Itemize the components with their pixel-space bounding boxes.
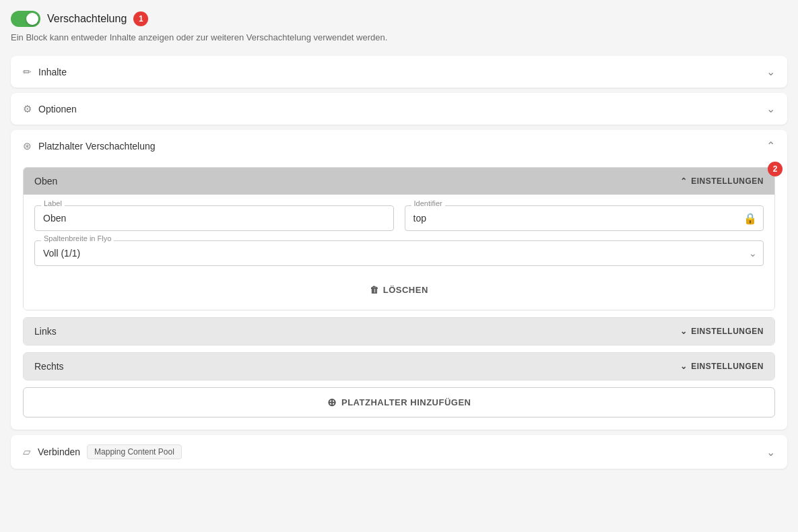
chevron-up-icon: ⌃ [680,176,688,186]
pencil-icon: ✏ [23,66,32,78]
nested-icon: ⊛ [23,140,32,152]
gear-icon: ⚙ [23,103,32,115]
optionen-chevron-icon: ⌄ [766,102,775,115]
delete-row: 🗑 LÖSCHEN [34,275,764,299]
toggle-row: Verschachtelung 1 [11,11,787,27]
oben-content: Label Identifier 🔒 Spaltenbreite in Flyo [24,195,774,310]
spaltenbreite-field: Spaltenbreite in Flyo Voll (1/1) ⌄ [34,240,764,266]
verbinden-section: ▱ Verbinden Mapping Content Pool ⌄ [11,435,787,469]
subtitle-text: Ein Block kann entweder Inhalte anzeigen… [11,32,787,42]
add-placeholder-label: PLATZHALTER HINZUFÜGEN [341,397,471,407]
platzhalter-label: Platzhalter Verschachtelung [38,141,156,152]
rechts-label: Rechts [34,361,64,372]
rechts-einstellungen-label: EINSTELLUNGEN [691,362,764,371]
platzhalter-header-left: ⊛ Platzhalter Verschachtelung [23,140,156,152]
optionen-label: Optionen [38,104,77,114]
verbinden-left: ▱ Verbinden Mapping Content Pool [23,444,182,459]
label-field: Label [34,205,394,231]
sub-items-container: 2 Oben ⌃ EINSTELLUNGEN Label [11,162,787,430]
label-input[interactable] [34,205,394,231]
oben-einstellungen-label: EINSTELLUNGEN [691,176,764,186]
links-einstellungen-btn[interactable]: ⌄ EINSTELLUNGEN [680,327,764,336]
delete-label: LÖSCHEN [383,285,428,295]
oben-card: Oben ⌃ EINSTELLUNGEN Label [23,167,775,310]
optionen-header-left: ⚙ Optionen [23,103,77,115]
add-placeholder-row: ⊕ PLATZHALTER HINZUFÜGEN [23,387,775,418]
inhalte-header-left: ✏ Inhalte [23,66,67,78]
mapping-badge: Mapping Content Pool [87,444,182,459]
inhalte-label: Inhalte [38,67,67,77]
page-title: Verschachtelung [47,13,127,25]
layers-icon: ▱ [23,446,31,458]
badge-1: 1 [133,11,148,26]
links-card: Links ⌄ EINSTELLUNGEN [23,317,775,345]
rechts-einstellungen-btn[interactable]: ⌄ EINSTELLUNGEN [680,362,764,371]
rechts-card: Rechts ⌄ EINSTELLUNGEN [23,352,775,380]
rechts-chevron-icon: ⌄ [680,362,688,371]
rechts-header[interactable]: Rechts ⌄ EINSTELLUNGEN [24,353,774,380]
optionen-header[interactable]: ⚙ Optionen ⌄ [11,93,787,125]
page-container: Verschachtelung 1 Ein Block kann entwede… [0,0,798,532]
oben-header[interactable]: Oben ⌃ EINSTELLUNGEN [24,168,774,195]
inhalte-section: ✏ Inhalte ⌄ [11,56,787,88]
badge-2: 2 [768,162,783,176]
oben-form-row-1: Label Identifier 🔒 [34,205,764,231]
optionen-section: ⚙ Optionen ⌄ [11,93,787,125]
links-chevron-icon: ⌄ [680,327,688,336]
oben-label: Oben [34,176,57,187]
lock-icon: 🔒 [743,212,757,225]
trash-icon: 🗑 [370,285,379,295]
verschachtelung-toggle[interactable] [11,11,40,27]
verbinden-header[interactable]: ▱ Verbinden Mapping Content Pool ⌄ [11,435,787,469]
identifier-field-label: Identifier [411,199,445,207]
plus-circle-icon: ⊕ [327,396,337,409]
identifier-field: Identifier 🔒 [405,205,764,231]
toggle-thumb [26,13,38,25]
platzhalter-chevron-icon: ⌃ [766,139,775,152]
label-field-label: Label [41,199,65,207]
verbinden-chevron-icon: ⌄ [766,446,775,459]
platzhalter-section: ⊛ Platzhalter Verschachtelung ⌃ 2 Oben ⌃… [11,130,787,430]
add-placeholder-button[interactable]: ⊕ PLATZHALTER HINZUFÜGEN [23,387,775,418]
links-einstellungen-label: EINSTELLUNGEN [691,327,764,336]
identifier-input[interactable] [405,205,764,231]
oben-einstellungen-btn[interactable]: ⌃ EINSTELLUNGEN [680,176,764,186]
spaltenbreite-select[interactable]: Voll (1/1) [34,240,764,266]
platzhalter-header[interactable]: ⊛ Platzhalter Verschachtelung ⌃ [11,130,787,162]
links-label: Links [34,326,57,337]
verbinden-label: Verbinden [38,446,80,457]
inhalte-chevron-icon: ⌄ [766,65,775,78]
delete-button[interactable]: 🗑 LÖSCHEN [362,281,436,299]
inhalte-header[interactable]: ✏ Inhalte ⌄ [11,56,787,88]
oben-form-row-2: Spaltenbreite in Flyo Voll (1/1) ⌄ [34,240,764,266]
spaltenbreite-label: Spaltenbreite in Flyo [41,234,114,242]
links-header[interactable]: Links ⌄ EINSTELLUNGEN [24,318,774,345]
